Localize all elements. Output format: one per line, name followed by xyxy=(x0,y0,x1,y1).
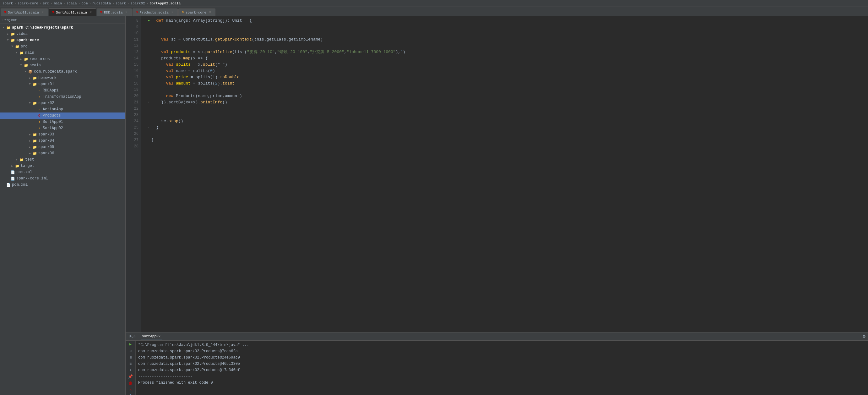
tree-item-sparkcore[interactable]: ▼ 📁 spark-core xyxy=(0,37,125,43)
tree-label: target xyxy=(21,164,34,168)
breadcrumb-spark2[interactable]: spark xyxy=(116,2,126,5)
tree-item-sortapp02[interactable]: ⚬ SortApp02 xyxy=(0,125,125,131)
pin-button[interactable]: 📌 xyxy=(127,374,134,379)
scala-icon: S xyxy=(4,11,6,14)
token: sc. xyxy=(151,119,168,123)
line-number: 18 xyxy=(126,81,138,87)
rerun-button[interactable]: ↺ xyxy=(127,348,134,353)
line-number: 17 xyxy=(126,74,138,81)
tree-item-spark-root[interactable]: ▼ 📁 spark C:\IdeaProjects\spark xyxy=(0,25,125,31)
tree-item-spark06[interactable]: ▶ 📁 spark06 xyxy=(0,150,125,156)
tree-item-src[interactable]: ▼ 📁 src xyxy=(0,43,125,50)
line-number: 13 xyxy=(126,49,138,55)
token: split xyxy=(203,62,215,67)
tree-item-transformationapp[interactable]: ⚬ TransformationApp xyxy=(0,94,125,100)
tree-item-actionapp[interactable]: ⚬ ActionApp xyxy=(0,106,125,113)
tree-arrow: ▶ xyxy=(28,146,32,149)
code-text: } xyxy=(151,124,868,131)
run-button[interactable]: ▶ xyxy=(127,342,134,346)
scala-icon: S xyxy=(100,11,102,14)
tree-item-sortapp01[interactable]: ⚬ SortApp01 xyxy=(0,119,125,125)
run-arrow-icon[interactable]: ▶ xyxy=(148,18,150,24)
tab-sparkcore[interactable]: m spark-core × xyxy=(178,8,215,16)
tree-item-products[interactable]: C Products xyxy=(0,113,125,119)
close-icon[interactable]: × xyxy=(89,11,93,14)
code-line: val price = splits(1).toDouble xyxy=(146,74,868,81)
tree-item-main[interactable]: ▼ 📁 main xyxy=(0,50,125,56)
tree-item-pom-sparkcore[interactable]: 📄 pom.xml xyxy=(0,169,125,175)
tree-label: src xyxy=(21,44,28,49)
token: ) xyxy=(213,68,215,73)
tree-item-idea[interactable]: ▶ 📁 .idea xyxy=(0,31,125,37)
token: toInt xyxy=(222,81,235,86)
token: val xyxy=(161,37,168,42)
breadcrumb-spark[interactable]: spark xyxy=(2,2,13,5)
clear-button[interactable]: 🗑 xyxy=(127,381,134,386)
run-output: "C:\Program Files\Java\jdk1.8.0_144\bin\… xyxy=(136,341,868,395)
token: , xyxy=(275,50,277,54)
breadcrumb-com[interactable]: com xyxy=(81,2,88,5)
tab-bar: S SortApp01.scala × S SortApp02.scala × … xyxy=(0,7,868,16)
token: Products xyxy=(176,94,195,98)
close-run-button[interactable]: ✕ xyxy=(127,388,134,392)
tree-item-rddapp1[interactable]: ⚬ RDDApp1 xyxy=(0,87,125,94)
tab-sortapp02-label: SortApp02.scala xyxy=(56,11,87,14)
run-panel-header: Run SortApp02 ⚙ xyxy=(126,332,868,341)
tree-item-spark03[interactable]: ▶ 📁 spark03 xyxy=(0,131,125,138)
token: new xyxy=(166,94,173,98)
tab-sortapp02-run[interactable]: SortApp02 xyxy=(141,334,162,339)
tab-rdd-label: RDD.scala xyxy=(104,11,122,14)
tree-item-sparkcore-iml[interactable]: 📄 spark-core.iml xyxy=(0,175,125,182)
tab-sortapp01[interactable]: S SortApp01.scala × xyxy=(1,8,48,16)
close-icon[interactable]: × xyxy=(41,11,44,14)
token xyxy=(151,18,156,23)
close-icon[interactable]: × xyxy=(170,11,174,14)
code-text: val name = splits(0) xyxy=(151,68,868,74)
tree-arrow: ▼ xyxy=(10,45,14,48)
tree-item-resources[interactable]: ▶ 📁 resources xyxy=(0,56,125,62)
breadcrumb-spark02[interactable]: spark02 xyxy=(130,2,145,5)
fold-icon[interactable]: ▾ xyxy=(148,124,150,131)
breadcrumb-scala[interactable]: scala xyxy=(67,2,77,5)
tree-item-spark04[interactable]: ▶ 📁 spark04 xyxy=(0,138,125,144)
breadcrumb-main[interactable]: main xyxy=(54,2,62,5)
tab-sortapp02[interactable]: S SortApp02.scala × xyxy=(49,8,96,16)
folder-icon: 📁 xyxy=(6,25,11,30)
tab-run[interactable]: Run xyxy=(128,334,137,339)
token: products. xyxy=(151,56,183,61)
tree-item-spark05[interactable]: ▶ 📁 spark05 xyxy=(0,144,125,150)
breadcrumb-sortapp02[interactable]: SortApp02.scala xyxy=(150,2,181,5)
tree-item-spark02[interactable]: ▼ 📁 spark02 xyxy=(0,100,125,106)
code-text: new Products(name,price,amount) xyxy=(151,93,868,99)
close-icon[interactable]: × xyxy=(208,11,212,14)
tree-item-test[interactable]: ▶ 📁 test xyxy=(0,156,125,163)
xml-icon: 📄 xyxy=(10,176,16,181)
breadcrumb-spark-core[interactable]: spark-core xyxy=(18,2,38,5)
line-number: 21 xyxy=(126,99,138,105)
tab-rdd[interactable]: S RDD.scala × xyxy=(97,8,132,16)
tree-item-package[interactable]: ▼ 📦 com.ruozedata.spark xyxy=(0,68,125,75)
tree-item-pom-root[interactable]: 📄 pom.xml xyxy=(0,182,125,188)
tree-arrow: ▼ xyxy=(14,51,19,54)
folder-icon: 📁 xyxy=(32,82,38,87)
breadcrumb-ruozedata[interactable]: ruozedata xyxy=(92,2,111,5)
code-editor[interactable]: ▶ def main(args: Array[String]): Unit = … xyxy=(141,16,868,332)
tree-item-homework[interactable]: ▶ 📁 homework xyxy=(0,75,125,81)
scroll-button[interactable]: ↓ xyxy=(127,368,134,372)
settings-button[interactable]: ≡ xyxy=(127,362,134,366)
line-number: 27 xyxy=(126,137,138,143)
run-sidebar: ▶ ↺ ⏸ ≡ ↓ 📌 🗑 ✕ ? xyxy=(126,341,136,395)
tree-arrow: ▼ xyxy=(28,83,32,86)
gear-icon[interactable]: ⚙ xyxy=(863,334,866,339)
tree-item-scala-folder[interactable]: ▼ 📁 scala xyxy=(0,62,125,68)
close-icon[interactable]: × xyxy=(125,11,128,14)
tab-products[interactable]: S Products.scala × xyxy=(132,8,178,16)
fold-icon[interactable]: ▾ xyxy=(148,99,150,105)
code-line: ▾ } xyxy=(146,124,868,131)
folder-icon: 📁 xyxy=(19,50,25,55)
tree-item-spark01[interactable]: ▼ 📁 spark01 xyxy=(0,81,125,87)
breadcrumb-src[interactable]: src xyxy=(43,2,49,5)
stop-button[interactable]: ⏸ xyxy=(127,355,134,360)
tree-item-target[interactable]: ▶ 📁 target xyxy=(0,163,125,169)
tree-label: spark02 xyxy=(38,101,54,105)
